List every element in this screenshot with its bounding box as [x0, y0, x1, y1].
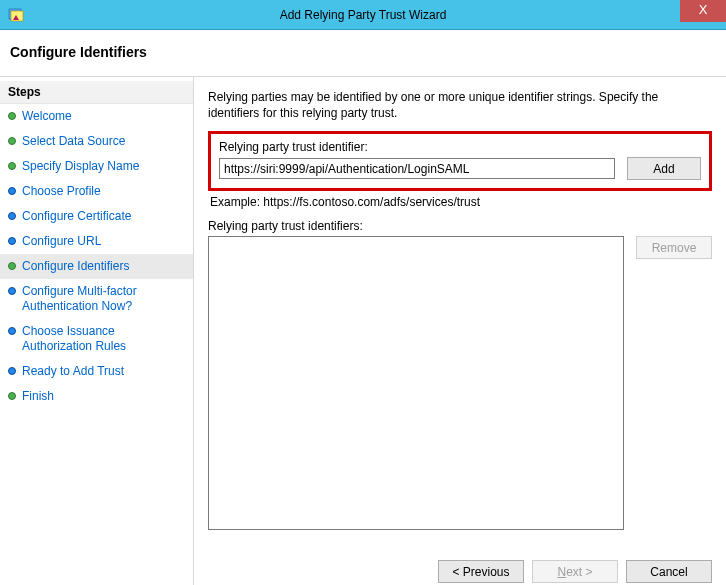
step-bullet-icon [8, 327, 16, 335]
description-text: Relying parties may be identified by one… [208, 89, 712, 121]
page-title: Configure Identifiers [10, 44, 716, 60]
identifiers-listbox[interactable] [208, 236, 624, 530]
step-label: Configure URL [22, 234, 101, 249]
step-label: Specify Display Name [22, 159, 139, 174]
window-title: Add Relying Party Trust Wizard [0, 8, 726, 22]
step-label: Finish [22, 389, 54, 404]
step-item[interactable]: Specify Display Name [0, 154, 193, 179]
step-bullet-icon [8, 212, 16, 220]
identifier-label: Relying party trust identifier: [219, 140, 701, 154]
step-bullet-icon [8, 162, 16, 170]
wizard-header: Configure Identifiers [0, 30, 726, 77]
previous-button[interactable]: < Previous [438, 560, 524, 583]
wizard-footer: < Previous Next > Cancel [438, 560, 712, 583]
step-item[interactable]: Configure URL [0, 229, 193, 254]
step-bullet-icon [8, 187, 16, 195]
example-text: Example: https://fs.contoso.com/adfs/ser… [210, 195, 712, 209]
steps-title: Steps [0, 81, 193, 104]
cancel-button[interactable]: Cancel [626, 560, 712, 583]
step-item[interactable]: Finish [0, 384, 193, 409]
main-panel: Relying parties may be identified by one… [194, 77, 726, 585]
step-item[interactable]: Configure Identifiers [0, 254, 193, 279]
step-label: Choose Profile [22, 184, 101, 199]
remove-button: Remove [636, 236, 712, 259]
step-item[interactable]: Configure Multi-factor Authentication No… [0, 279, 193, 319]
add-button[interactable]: Add [627, 157, 701, 180]
step-bullet-icon [8, 392, 16, 400]
step-bullet-icon [8, 367, 16, 375]
step-bullet-icon [8, 262, 16, 270]
step-label: Ready to Add Trust [22, 364, 124, 379]
step-bullet-icon [8, 137, 16, 145]
step-label: Configure Multi-factor Authentication No… [22, 284, 185, 314]
step-bullet-icon [8, 287, 16, 295]
step-item[interactable]: Select Data Source [0, 129, 193, 154]
step-bullet-icon [8, 237, 16, 245]
close-button[interactable]: X [680, 0, 726, 22]
step-label: Choose Issuance Authorization Rules [22, 324, 185, 354]
next-button: Next > [532, 560, 618, 583]
identifiers-list-label: Relying party trust identifiers: [208, 219, 712, 233]
identifier-highlight: Relying party trust identifier: Add [208, 131, 712, 191]
step-item[interactable]: Choose Issuance Authorization Rules [0, 319, 193, 359]
step-bullet-icon [8, 112, 16, 120]
step-item[interactable]: Welcome [0, 104, 193, 129]
step-label: Configure Identifiers [22, 259, 129, 274]
step-label: Configure Certificate [22, 209, 131, 224]
steps-sidebar: Steps WelcomeSelect Data SourceSpecify D… [0, 77, 194, 585]
identifier-input[interactable] [219, 158, 615, 179]
step-label: Select Data Source [22, 134, 125, 149]
step-item[interactable]: Ready to Add Trust [0, 359, 193, 384]
step-item[interactable]: Configure Certificate [0, 204, 193, 229]
step-label: Welcome [22, 109, 72, 124]
step-item[interactable]: Choose Profile [0, 179, 193, 204]
wizard-icon [8, 7, 24, 23]
titlebar: Add Relying Party Trust Wizard X [0, 0, 726, 30]
